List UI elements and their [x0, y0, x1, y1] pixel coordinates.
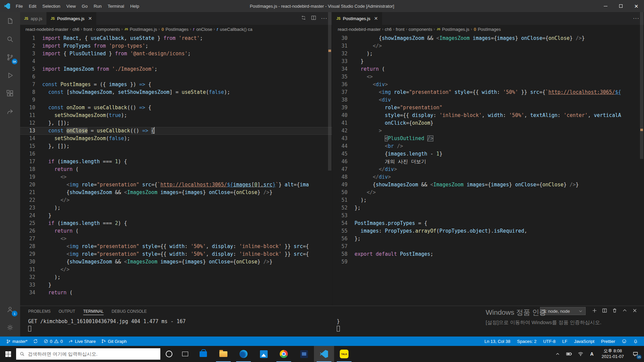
breadcrumb-item-PostImages.js[interactable]: JSPostImages.js — [124, 27, 157, 32]
code-line[interactable]: 21 {showImagesZoom && <ImagesZoom images… — [20, 189, 332, 196]
code-line[interactable]: 54PostImages.propTypes = { — [332, 220, 644, 227]
edge-taskbar-icon[interactable] — [233, 346, 254, 362]
menu-item-help[interactable]: Help — [127, 0, 142, 12]
code-line[interactable]: 4 — [20, 58, 332, 65]
code-line[interactable]: 46 개의 사진 더보기 — [332, 158, 644, 166]
panel-tab-problems[interactable]: PROBLEMS — [28, 307, 51, 315]
breadcrumb-item-ch6[interactable]: ch6 — [72, 27, 79, 32]
notifications-bell-icon[interactable] — [631, 337, 640, 346]
close-button[interactable]: ✕ — [629, 0, 644, 12]
code-line[interactable]: 6 — [20, 73, 332, 81]
code-line[interactable]: 13 const onClose = useCallback(() => { — [20, 127, 332, 135]
menu-item-run[interactable]: Run — [91, 0, 105, 12]
kakaotalk-taskbar-icon[interactable]: TALK — [334, 346, 354, 362]
breadcrumb-item-react-nodebird-master[interactable]: react-nodebird-master — [338, 27, 381, 32]
menu-item-view[interactable]: View — [63, 0, 79, 12]
close-panel-icon[interactable] — [632, 308, 637, 314]
code-line[interactable]: 3import { PlusOutlined } from '@ant-desi… — [20, 50, 332, 58]
feedback-icon[interactable] — [620, 337, 629, 346]
scrollbar-right[interactable] — [639, 12, 644, 306]
code-line[interactable]: 56}; — [332, 235, 644, 243]
kill-terminal-icon[interactable] — [612, 308, 617, 314]
menu-item-file[interactable]: File — [13, 0, 26, 12]
task-view-button[interactable] — [177, 346, 193, 362]
code-line[interactable]: 45 {images.length - 1} — [332, 150, 644, 158]
store-taskbar-icon[interactable] — [193, 346, 213, 362]
code-line[interactable]: 14 setShowImagesZoom(false); — [20, 135, 332, 142]
movies-taskbar-icon[interactable] — [294, 346, 314, 362]
code-line[interactable]: 33 } — [332, 58, 644, 65]
git-graph-button[interactable]: Git Graph — [99, 337, 128, 346]
code-line[interactable]: 50 </> — [332, 189, 644, 196]
code-line[interactable]: 22 </> — [20, 196, 332, 204]
breadcrumb-item-onClose[interactable]: ƒonClose — [193, 27, 212, 32]
code-line[interactable]: 7const PostImages = ({ images }) => { — [20, 81, 332, 88]
formatter-indicator[interactable]: Prettier — [599, 337, 617, 346]
code-line[interactable]: 8 const [showImagesZoom, setShowImagesZo… — [20, 88, 332, 96]
menu-item-edit[interactable]: Edit — [26, 0, 39, 12]
start-button[interactable] — [0, 346, 16, 362]
cursor-position-indicator[interactable]: Ln 13, Col 38 — [482, 337, 512, 346]
code-line[interactable]: 40 style={{ display: 'inline-block', wid… — [332, 112, 644, 119]
compare-changes-icon[interactable] — [301, 15, 306, 22]
code-line[interactable]: 15 }, []); — [20, 142, 332, 150]
code-line[interactable]: 20 <img role="presentation" src={`http:/… — [20, 181, 332, 189]
code-line[interactable]: 10 const onZoom = useCallback(() => { — [20, 104, 332, 112]
breadcrumb-item-components[interactable]: components — [96, 27, 120, 32]
code-line[interactable]: 19 <> — [20, 173, 332, 181]
code-line[interactable]: 53 — [332, 212, 644, 220]
panel-tab-output[interactable]: OUTPUT — [59, 307, 75, 315]
code-editor-left[interactable]: 1import React, { useCallback, useState }… — [20, 34, 332, 306]
code-line[interactable]: 24 } — [20, 212, 332, 220]
code-line[interactable]: 44 <br /> — [332, 142, 644, 150]
code-line[interactable]: 42 > — [332, 127, 644, 135]
code-editor-right[interactable]: 30 {showImagesZoom && <ImagesZoom images… — [332, 34, 644, 306]
code-line[interactable]: 36 <div> — [332, 81, 644, 88]
vscode-taskbar-icon[interactable] — [314, 346, 334, 362]
account-icon[interactable]: 1 — [0, 300, 20, 318]
breadcrumb-item-front[interactable]: front — [396, 27, 405, 32]
tab-close-icon[interactable]: ✕ — [88, 16, 92, 21]
breadcrumb-item-react-nodebird-master[interactable]: react-nodebird-master — [25, 27, 68, 32]
breadcrumb-item-useCallback() ca[interactable]: ƒuseCallback() ca — [216, 27, 253, 32]
ime-indicator[interactable]: A — [587, 346, 597, 362]
code-line[interactable]: 47 </div> — [332, 166, 644, 173]
code-line[interactable]: 28 <img role="presentation" style={{ wid… — [20, 243, 332, 250]
menu-item-terminal[interactable]: Terminal — [105, 0, 127, 12]
code-line[interactable]: 12 }, []); — [20, 119, 332, 127]
code-line[interactable]: 48 </div> — [332, 173, 644, 181]
code-line[interactable]: 34 return ( — [332, 65, 644, 73]
code-line[interactable]: 29 <img role="presentation" style={{ wid… — [20, 250, 332, 258]
code-line[interactable]: 58export default PostImages; — [332, 250, 644, 258]
code-line[interactable]: 18 return ( — [20, 166, 332, 173]
code-line[interactable]: 16 — [20, 150, 332, 158]
hidden-icons-chevron[interactable] — [553, 346, 563, 362]
cortana-button[interactable] — [161, 346, 177, 362]
code-line[interactable]: 23 ); — [20, 204, 332, 212]
taskbar-clock[interactable]: 오후 8:08 2021-01-07 — [598, 348, 628, 360]
code-line[interactable]: 57 — [332, 243, 644, 250]
scrollbar-left[interactable] — [327, 12, 332, 306]
explorer-icon[interactable] — [0, 12, 20, 30]
explorer-taskbar-icon[interactable] — [213, 346, 233, 362]
code-line[interactable]: 31 </> — [20, 266, 332, 274]
code-line[interactable]: 11 setShowImagesZoom(true); — [20, 112, 332, 119]
panel-tab-terminal[interactable]: TERMINAL — [83, 307, 104, 315]
code-line[interactable]: 38 <div — [332, 96, 644, 104]
code-line[interactable]: 43 <PlusOutlined /> — [332, 135, 644, 142]
code-line[interactable]: 39 role="presentation" — [332, 104, 644, 112]
new-terminal-icon[interactable] — [592, 308, 597, 314]
terminal-content[interactable]: GET /kimchbob_1_1610010436794.jpg 404 1.… — [20, 316, 644, 337]
breadcrumb-item-ch6[interactable]: ch6 — [385, 27, 392, 32]
code-line[interactable]: 37 <img role="presentation" style={{ wid… — [332, 88, 644, 96]
code-line[interactable]: 52}; — [332, 204, 644, 212]
search-icon[interactable] — [0, 30, 20, 48]
code-line[interactable]: 17 if (images.length === 1) { — [20, 158, 332, 166]
code-line[interactable]: 1import React, { useCallback, useState }… — [20, 35, 332, 42]
code-line[interactable]: 34 return ( — [20, 289, 332, 297]
maximize-panel-icon[interactable] — [622, 308, 627, 314]
terminal-selector-dropdown[interactable]: 3: node, node — [540, 307, 586, 315]
sync-changes-button[interactable] — [31, 337, 40, 346]
code-line[interactable]: 35 <> — [332, 73, 644, 81]
code-line[interactable]: 5import ImagesZoom from './ImagesZoom'; — [20, 65, 332, 73]
